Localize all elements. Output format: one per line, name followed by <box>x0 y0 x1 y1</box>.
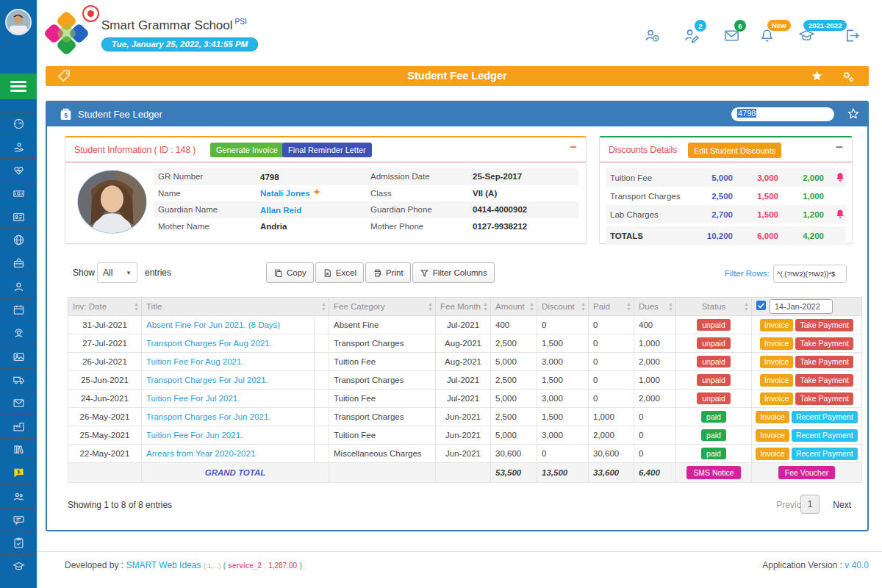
fee-voucher-button[interactable]: Fee Voucher <box>778 466 836 479</box>
session-icon[interactable]: 2021-2022 <box>798 27 816 45</box>
header-title[interactable]: Title▲▼ <box>142 298 329 316</box>
sidebar-item[interactable] <box>0 275 37 298</box>
payment-button[interactable]: Recent Payment <box>792 411 858 423</box>
cell-title-link[interactable]: Tuition Fee For Aug 2021. <box>146 357 244 366</box>
payment-button[interactable]: Take Payment <box>795 356 853 368</box>
header-status[interactable]: Status▲▼ <box>676 298 752 316</box>
user-avatar[interactable] <box>5 9 32 35</box>
sidebar-item[interactable] <box>0 228 37 251</box>
sidebar-item[interactable] <box>0 112 37 135</box>
cell-empty <box>315 316 329 334</box>
invoice-button[interactable]: Invoice <box>756 429 789 442</box>
info-label: GR Number <box>154 172 260 181</box>
sidebar-item[interactable] <box>0 438 37 462</box>
user-edit-icon[interactable]: 2 <box>684 27 701 45</box>
sidebar-item[interactable] <box>0 484 37 508</box>
cell-title-link[interactable]: Tuition Fee For Jun 2021. <box>146 431 243 440</box>
final-reminder-button[interactable]: Final Reminder Letter <box>282 143 372 157</box>
collapse-icon[interactable]: − <box>570 140 577 155</box>
cell-title-link[interactable]: Transport Charges For Jul 2021. <box>146 376 268 384</box>
developer-link[interactable]: SMART Web Ideas <box>126 560 201 570</box>
sidebar-item-icon <box>12 420 25 433</box>
bell-icon[interactable] <box>835 209 845 220</box>
header-fee-category[interactable]: Fee Category▲▼ <box>329 298 436 316</box>
next-button[interactable]: Next <box>833 500 851 510</box>
sidebar-item[interactable] <box>0 554 37 578</box>
sidebar-item[interactable] <box>0 415 37 438</box>
sidebar-item[interactable] <box>0 531 37 554</box>
cell-title-link[interactable]: Absent Fine For Jun 2021. (8 Days) <box>146 320 280 329</box>
date-filter-input[interactable]: 14-Jan-2022 <box>770 299 833 314</box>
mail-icon[interactable]: 6 <box>723 27 741 45</box>
info-label: Admission Date <box>366 172 473 181</box>
invoice-button[interactable]: Invoice <box>756 411 789 423</box>
panel-star-icon[interactable] <box>847 107 860 121</box>
show-label: Show <box>73 268 95 278</box>
menu-toggle-button[interactable] <box>0 74 37 99</box>
payment-button[interactable]: Take Payment <box>795 374 853 387</box>
favorite-star-icon[interactable] <box>811 70 823 82</box>
sidebar-item[interactable] <box>0 135 37 159</box>
record-icon[interactable] <box>82 5 99 22</box>
header-amount[interactable]: Amount▲▼ <box>491 298 537 316</box>
cell-title-link[interactable]: Transport Charges For Aug 2021. <box>146 339 272 348</box>
cell-month: Aug-2021 <box>436 334 491 353</box>
invoice-button[interactable]: Invoice <box>760 337 793 350</box>
header-discount[interactable]: Discount▲▼ <box>537 298 589 316</box>
panel-title: Student Fee Ledger <box>78 109 162 120</box>
invoice-button[interactable]: Invoice <box>760 392 793 405</box>
toolbar-button[interactable]: Filter Columns <box>412 262 495 283</box>
user-edit-count-badge: 2 <box>695 20 706 32</box>
entries-select[interactable]: All▼ <box>97 262 137 283</box>
header-dues[interactable]: Dues▲▼ <box>634 298 676 316</box>
status-badge: unpaid <box>697 356 731 368</box>
cell-paid: 0 <box>589 371 634 390</box>
search-input[interactable]: 4798 <box>731 107 834 121</box>
sidebar-item[interactable] <box>0 461 37 484</box>
toolbar-button[interactable]: Excel <box>315 262 364 283</box>
sidebar-item[interactable] <box>0 321 37 345</box>
cell-title-link[interactable]: Tuition Fee For Jul 2021. <box>146 394 240 403</box>
sidebar-item[interactable] <box>0 345 37 368</box>
invoice-button[interactable]: Invoice <box>756 448 789 460</box>
page-number-button[interactable]: 1 <box>800 495 820 514</box>
header-paid[interactable]: Paid▲▼ <box>589 298 634 316</box>
sidebar-item[interactable] <box>0 298 37 322</box>
invoice-button[interactable]: Invoice <box>760 356 793 368</box>
logout-icon[interactable] <box>844 27 861 45</box>
sidebar-item[interactable] <box>0 158 37 182</box>
sidebar-item[interactable] <box>0 368 37 392</box>
user-history-icon[interactable] <box>644 27 662 45</box>
status-badge: paid <box>701 411 726 423</box>
school-suffix: PSI <box>235 18 247 26</box>
invoice-button[interactable]: Invoice <box>760 374 793 387</box>
invoice-button[interactable]: Invoice <box>760 319 793 331</box>
payment-button[interactable]: Recent Payment <box>792 448 858 460</box>
bell-icon[interactable] <box>835 172 845 183</box>
payment-button[interactable]: Take Payment <box>795 392 853 405</box>
sidebar-item[interactable] <box>0 205 37 229</box>
sidebar-item[interactable] <box>0 251 37 275</box>
payment-button[interactable]: Take Payment <box>795 319 853 331</box>
cell-month: Jun-2021 <box>436 445 491 463</box>
generate-invoice-button[interactable]: Generate Invoice <box>210 143 284 157</box>
collapse-icon[interactable]: − <box>836 140 843 155</box>
toolbar-button[interactable]: Print <box>365 262 411 283</box>
sidebar-item[interactable] <box>0 508 37 531</box>
date-filter-checkbox[interactable] <box>756 301 766 310</box>
sms-notice-button[interactable]: SMS Notice <box>686 466 740 479</box>
cell-title-link[interactable]: Transport Charges For Jun 2021. <box>146 412 271 421</box>
payment-button[interactable]: Recent Payment <box>792 429 858 442</box>
toolbar-button[interactable]: Copy <box>266 262 314 283</box>
bell-icon[interactable]: New <box>759 27 776 45</box>
settings-gears-icon[interactable] <box>841 69 856 84</box>
payment-button[interactable]: Take Payment <box>795 337 853 350</box>
sidebar-item[interactable] <box>0 391 37 415</box>
header-inv-date[interactable]: Inv: Date▲▼ <box>68 298 142 316</box>
cell-discount: 0 <box>537 445 589 463</box>
edit-discounts-button[interactable]: Edit Student Discounts <box>688 143 781 158</box>
sidebar-item[interactable] <box>0 182 37 205</box>
cell-title-link[interactable]: Arrears from Year 2020-2021 <box>146 449 255 458</box>
filter-rows-input[interactable]: ^(.(?!W2)(?!W2))*$ <box>773 265 847 283</box>
header-fee-month[interactable]: Fee Month▲▼ <box>436 298 491 316</box>
